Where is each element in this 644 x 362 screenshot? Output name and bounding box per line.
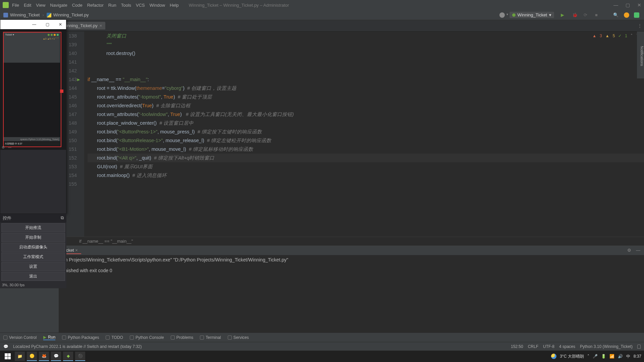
account-icon[interactable] [499, 12, 505, 18]
tray-chevron-up-icon[interactable]: ˄ [587, 354, 589, 359]
obs-preview[interactable]: Ticket ▾ ▲3 ▲5 ✓1 ˄ ˅ spaces Python 3.10… [0, 29, 66, 150]
ide-help-icon[interactable] [624, 12, 629, 18]
wechat-icon[interactable]: 💬 [51, 352, 61, 361]
notifications-stripe[interactable]: Notifications [637, 32, 644, 78]
event-log-icon[interactable]: 💬 [3, 344, 8, 349]
more-options-icon[interactable]: ⋮ [638, 23, 641, 28]
menu-code[interactable]: Code [72, 3, 83, 8]
close-icon[interactable]: ✕ [637, 2, 641, 8]
tab-close-icon[interactable]: × [100, 23, 102, 28]
mini-debug-icon [51, 34, 53, 36]
main-menu: File Edit View Navigate Code Refactor Ru… [12, 3, 179, 8]
run-hide-icon[interactable]: — [636, 248, 641, 253]
tw-terminal[interactable]: Terminal [200, 335, 221, 340]
file-explorer-icon[interactable]: 📁 [15, 352, 25, 361]
obs-minimize-icon[interactable]: — [32, 22, 36, 27]
crumb-file[interactable]: Winning_Ticket.py [53, 12, 89, 17]
obs-mini-config: Ticket ▾ [5, 33, 14, 36]
menu-view[interactable]: View [36, 3, 45, 8]
obs-close-icon[interactable]: ✕ [59, 22, 62, 27]
maximize-icon[interactable]: ▢ [626, 2, 630, 8]
obs-gear-icon[interactable]: ⚙ [2, 145, 5, 149]
obs-start-virtualcam-button[interactable]: 启动虚拟摄像头 [1, 243, 65, 252]
readonly-lock-icon[interactable] [637, 345, 641, 349]
tw-run[interactable]: ▶Run [43, 335, 55, 340]
pycharm-taskbar-icon[interactable]: ◆ [63, 352, 73, 361]
weather-icon[interactable] [551, 354, 556, 359]
crumb-project[interactable]: Winning_Ticket [10, 12, 40, 17]
obs-taskbar-icon[interactable]: ⚫ [75, 352, 85, 361]
weather-text[interactable]: 3°C 大部晴朗 [560, 354, 584, 359]
code-editor[interactable]: 138139140141142143▶144145146147148149150… [59, 32, 644, 237]
menu-vcs[interactable]: VCS [136, 3, 145, 8]
microphone-icon[interactable]: 🎤 [593, 354, 598, 359]
pycharm-logo-icon [3, 2, 9, 8]
run-button[interactable]: ▶ [561, 12, 566, 18]
code-with-me-icon[interactable] [634, 12, 639, 18]
network-icon[interactable]: 📶 [609, 354, 614, 359]
terminal-icon [200, 336, 204, 340]
volume-icon[interactable]: 🔊 [618, 354, 623, 359]
obs-dock-popout-icon[interactable]: ⧉ [61, 215, 64, 221]
obs-controls-header: 控件 [3, 215, 11, 221]
menu-window[interactable]: Window [150, 3, 165, 8]
project-folder-icon [3, 13, 8, 17]
menu-file[interactable]: File [12, 3, 19, 8]
run-coverage-button[interactable]: ⟳ [584, 12, 589, 18]
editor: ▲3 ▲5 ✓1 ˄ ˅ 138139140141142143▶14414514… [59, 32, 644, 333]
menu-help[interactable]: Help [170, 3, 179, 8]
start-button[interactable] [3, 352, 13, 361]
code-area[interactable]: 关闭窗口"""root.destroy()if __name__ == "__m… [84, 32, 644, 237]
line-separator[interactable]: CRLF [528, 344, 538, 349]
run-settings-icon[interactable]: ⚙ [627, 248, 633, 253]
run-config-dot-icon [512, 13, 516, 17]
menu-navigate[interactable]: Navigate [50, 3, 67, 8]
battery-icon[interactable]: 🔋 [601, 354, 606, 359]
obs-start-streaming-button[interactable]: 开始推流 [1, 223, 65, 232]
gutter-run-icon[interactable]: ▶ [77, 75, 80, 84]
window-title: Winning_Ticket – Winning_Ticket.py – Adm… [179, 3, 613, 8]
obs-settings-button[interactable]: 设置 [1, 262, 65, 271]
obs-start-recording-button[interactable]: 开始录制 [1, 233, 65, 242]
minimize-icon[interactable]: — [613, 2, 618, 8]
status-message[interactable]: Localized PyCharm 2022.1 is available //… [13, 344, 142, 349]
run-config-selector[interactable]: Winning_Ticket ▾ [509, 12, 554, 18]
obs-maximize-icon[interactable]: ▢ [46, 22, 49, 27]
tw-services[interactable]: Services [228, 335, 249, 340]
tw-python-packages[interactable]: Python Packages [62, 335, 99, 340]
python-interpreter[interactable]: Python 3.10 (Winning_Ticket) [580, 344, 633, 349]
indent-config[interactable]: 4 spaces [559, 344, 575, 349]
menu-tools[interactable]: Tools [121, 3, 131, 8]
vcs-icon [3, 336, 7, 340]
debug-button[interactable]: 🐞 [572, 12, 578, 18]
obs-exit-button[interactable]: 退出 [1, 272, 65, 281]
tw-version-control[interactable]: Version Control [3, 335, 37, 340]
file-encoding[interactable]: UTF-8 [543, 344, 554, 349]
bottom-tool-bar: Version Control ▶Run Python Packages TOD… [0, 333, 644, 342]
caret-position[interactable]: 152:50 [511, 344, 523, 349]
menu-edit[interactable]: Edit [24, 3, 31, 8]
firefox-icon[interactable]: 🦊 [39, 352, 49, 361]
tw-python-console[interactable]: Python Console [130, 335, 164, 340]
editor-breadcrumb[interactable]: if __name__ == "__main__" [59, 237, 644, 245]
problems-icon [171, 336, 175, 340]
clock[interactable]: 8:37 [634, 354, 641, 359]
chrome-icon[interactable]: 🟡 [27, 352, 37, 361]
menu-run[interactable]: Run [108, 3, 116, 8]
obs-resize-handle-icon[interactable] [60, 89, 63, 93]
search-everywhere-icon[interactable]: 🔍 [613, 12, 619, 18]
mini-play-icon [48, 34, 50, 36]
run-output[interactable]: on Projects\Winning_Ticket\venv\Scripts\… [59, 255, 644, 333]
obs-studio-mode-button[interactable]: 工作室模式 [1, 252, 65, 261]
obs-window[interactable]: — ▢ ✕ Ticket ▾ ▲3 ▲5 ✓1 ˄ ˅ spaces Pytho… [0, 19, 66, 214]
obs-hide-icon[interactable]: — [8, 145, 11, 149]
tw-problems[interactable]: Problems [171, 335, 194, 340]
todo-icon [106, 336, 110, 340]
obs-mini-statusbar: spaces Python 3.10 (Winning_Ticket) [4, 137, 60, 141]
stop-button[interactable]: ■ [595, 12, 600, 18]
menu-refactor[interactable]: Refactor [87, 3, 104, 8]
main-area: D:\Python Projects\Winnin root ket.py s … [0, 32, 644, 333]
mini-cwm-icon [57, 34, 59, 36]
tw-todo[interactable]: TODO [106, 335, 123, 340]
ime-indicator[interactable]: 中 [626, 354, 630, 359]
